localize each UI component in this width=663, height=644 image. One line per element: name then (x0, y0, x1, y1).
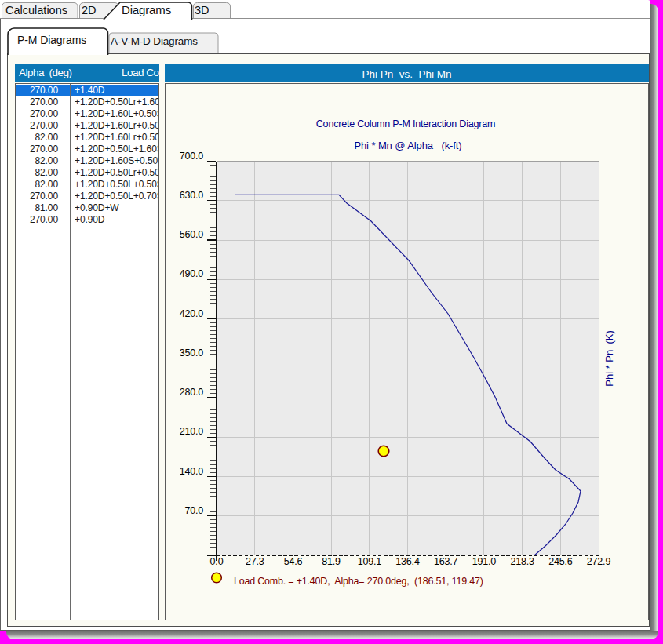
svg-text:Load Comb. = +1.40D, Alpha= 2: Load Comb. = +1.40D, Alpha= 270.0deg, (1… (234, 576, 483, 587)
svg-text:140.0: 140.0 (180, 466, 204, 477)
svg-text:Phi * Mn @ Alpha (k-ft): Phi * Mn @ Alpha (k-ft) (354, 140, 461, 151)
svg-text:350.0: 350.0 (180, 347, 204, 358)
svg-text:191.0: 191.0 (472, 556, 497, 567)
svg-text:630.0: 630.0 (180, 190, 204, 201)
svg-text:27.3: 27.3 (246, 556, 264, 567)
svg-text:70.0: 70.0 (184, 505, 203, 516)
svg-text:136.4: 136.4 (395, 556, 420, 567)
svg-text:109.1: 109.1 (358, 556, 382, 567)
svg-text:81.9: 81.9 (322, 556, 341, 567)
svg-text:245.6: 245.6 (548, 556, 573, 567)
svg-text:490.0: 490.0 (180, 268, 204, 279)
svg-text:163.7: 163.7 (434, 556, 458, 567)
svg-text:218.3: 218.3 (510, 556, 534, 567)
svg-text:280.0: 280.0 (180, 387, 204, 398)
svg-text:0.0: 0.0 (210, 556, 224, 567)
svg-text:700.0: 700.0 (180, 151, 204, 162)
svg-text:Concrete Column P-M Interactio: Concrete Column P-M Interaction Diagram (316, 118, 495, 129)
svg-text:210.0: 210.0 (180, 426, 204, 437)
svg-text:272.9: 272.9 (587, 556, 611, 567)
svg-text:560.0: 560.0 (180, 229, 204, 240)
svg-text:420.0: 420.0 (180, 308, 204, 319)
svg-text:Phi * Pn (K): Phi * Pn (K) (603, 330, 615, 387)
svg-text:54.6: 54.6 (284, 556, 303, 567)
